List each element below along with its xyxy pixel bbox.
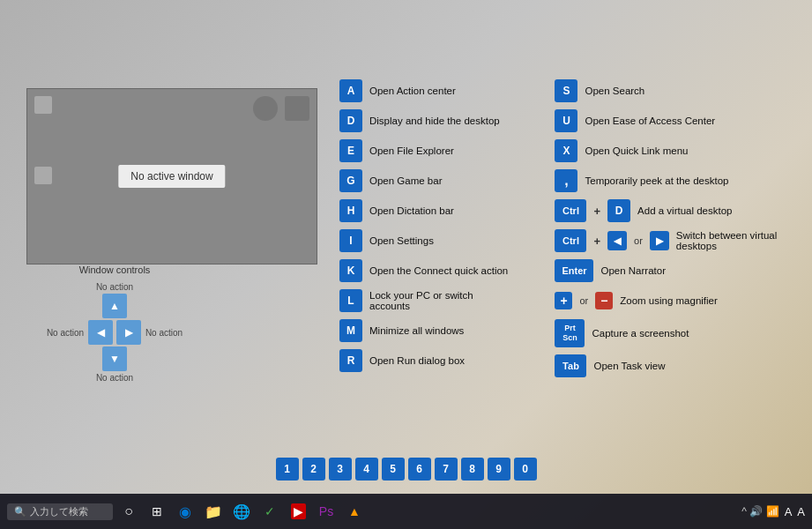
number-row: 1 2 3 4 5 6 7 8 9 0 xyxy=(276,458,537,481)
desc-prtscn: Capture a screenshot xyxy=(592,328,689,339)
desc-S: Open Search xyxy=(585,86,644,96)
key-A[interactable]: A xyxy=(339,79,362,102)
num-6[interactable]: 6 xyxy=(408,458,431,481)
nav-grid: No action ▲ No action ◀ ▶ No action ▼ No… xyxy=(44,282,185,383)
app4-icon: ▲ xyxy=(348,504,361,518)
key-arrow-right[interactable]: ▶ xyxy=(650,231,669,250)
sidebar-icon-1 xyxy=(34,96,52,114)
num-3[interactable]: 3 xyxy=(329,458,352,481)
shortcut-row-A: A Open Action center xyxy=(339,79,510,102)
num-9[interactable]: 9 xyxy=(488,458,510,481)
desc-A: Open Action center xyxy=(369,86,456,96)
nav-left-button[interactable]: ◀ xyxy=(88,320,113,345)
key-ctrl-1[interactable]: Ctrl xyxy=(555,199,586,222)
nav-up-button[interactable]: ▲ xyxy=(102,294,127,318)
num-2[interactable]: 2 xyxy=(302,458,325,481)
taskbar-explorer[interactable]: 📁 xyxy=(201,499,226,524)
plus-2: + xyxy=(593,235,600,248)
shortcut-row-D: D Display and hide the desktop xyxy=(339,109,510,132)
key-I[interactable]: I xyxy=(339,229,362,252)
key-K[interactable]: K xyxy=(339,259,362,282)
tray-letter: A xyxy=(785,505,793,518)
key-L[interactable]: L xyxy=(339,289,362,312)
sidebar-icon-2 xyxy=(34,167,52,184)
shortcut-row-enter: Enter Open Narrator xyxy=(555,259,812,282)
desc-K: Open the Connect quick action xyxy=(369,265,508,276)
key-X[interactable]: X xyxy=(555,139,577,162)
or-text-2: or xyxy=(579,295,588,306)
key-U[interactable]: U xyxy=(555,109,577,132)
or-text: or xyxy=(634,235,643,246)
num-8[interactable]: 8 xyxy=(461,458,484,481)
shortcuts-panel: A Open Action center D Display and hide … xyxy=(339,79,812,377)
key-G[interactable]: G xyxy=(339,169,362,192)
num-4[interactable]: 4 xyxy=(355,458,378,481)
key-arrow-left[interactable]: ◀ xyxy=(607,231,627,250)
taskview-icon: ⊞ xyxy=(152,504,162,518)
nav-label-right: No action xyxy=(145,328,183,338)
nav-label-top: No action xyxy=(96,282,133,292)
taskbar-search[interactable]: 🔍 入力して検索 xyxy=(7,503,113,520)
key-minus[interactable]: − xyxy=(595,292,613,309)
taskbar-edge[interactable]: ◉ xyxy=(173,499,197,524)
explorer-icon: 📁 xyxy=(205,503,222,520)
shortcut-row-L: L Lock your PC or switch accounts xyxy=(339,289,510,312)
nav-right-button[interactable]: ▶ xyxy=(116,320,141,345)
preview-window: No active window xyxy=(26,88,317,264)
taskbar-app3[interactable]: Ps xyxy=(314,499,339,524)
taskbar-chrome[interactable]: 🌐 xyxy=(229,499,254,524)
edge-icon: ◉ xyxy=(179,503,191,520)
shortcut-row-X: X Open Quick Link menu xyxy=(555,139,812,162)
key-M[interactable]: M xyxy=(339,319,362,342)
taskbar-app2[interactable]: ▶ xyxy=(286,499,310,524)
search-icon: 🔍 xyxy=(14,506,26,518)
preview-icon-1 xyxy=(253,96,278,121)
key-enter[interactable]: Enter xyxy=(555,259,593,282)
key-D[interactable]: D xyxy=(339,109,362,132)
key-comma[interactable]: , xyxy=(555,169,577,192)
num-7[interactable]: 7 xyxy=(435,458,458,481)
taskbar: 🔍 入力して検索 ○ ⊞ ◉ 📁 🌐 ✓ ▶ Ps ▲ ^ 🔊 📶 A A xyxy=(0,494,812,529)
tray-a2: A xyxy=(797,505,805,518)
desc-ctrl-arrows: Switch between virtual desktops xyxy=(676,230,812,251)
key-prtscn[interactable]: PrtScn xyxy=(555,319,585,347)
num-0[interactable]: 0 xyxy=(514,458,537,481)
desc-U: Open Ease of Access Center xyxy=(585,115,715,126)
desc-I: Open Settings xyxy=(369,235,434,246)
key-S[interactable]: S xyxy=(555,79,577,102)
key-d-2[interactable]: D xyxy=(607,199,630,222)
window-controls-panel: Window controls No action ▲ No action ◀ … xyxy=(26,264,203,383)
key-E[interactable]: E xyxy=(339,139,362,162)
desc-D: Display and hide the desktop xyxy=(369,115,500,126)
desc-E: Open File Explorer xyxy=(369,145,454,156)
desc-enter: Open Narrator xyxy=(600,265,666,276)
key-ctrl-2[interactable]: Ctrl xyxy=(555,229,586,252)
desc-M: Minimize all windows xyxy=(369,325,464,336)
tray-icons: ^ 🔊 📶 xyxy=(741,505,778,518)
nav-label-left: No action xyxy=(47,328,84,338)
search-label: 入力して検索 xyxy=(30,505,88,518)
key-H[interactable]: H xyxy=(339,199,362,222)
desc-ctrl-d: Add a virtual desktop xyxy=(637,205,732,216)
key-R[interactable]: R xyxy=(339,349,362,372)
app1-icon: ✓ xyxy=(264,504,275,518)
desc-X: Open Quick Link menu xyxy=(585,145,688,156)
desc-zoom: Zoom using magnifier xyxy=(620,295,718,306)
shortcut-row-K: K Open the Connect quick action xyxy=(339,259,510,282)
shortcut-row-ctrl-d: Ctrl + D Add a virtual desktop xyxy=(555,199,812,222)
taskbar-taskview[interactable]: ⊞ xyxy=(145,499,169,524)
system-tray: ^ 🔊 📶 A A xyxy=(741,505,805,518)
num-1[interactable]: 1 xyxy=(276,458,299,481)
key-tab[interactable]: Tab xyxy=(555,354,586,377)
nav-down-button[interactable]: ▼ xyxy=(102,346,127,371)
nav-label-bottom: No action xyxy=(96,373,133,383)
desc-G: Open Game bar xyxy=(369,175,442,186)
desc-H: Open Dictation bar xyxy=(369,205,454,216)
taskbar-app4[interactable]: ▲ xyxy=(342,499,367,524)
taskbar-app1[interactable]: ✓ xyxy=(257,499,282,524)
shortcut-row-zoom: + or − Zoom using magnifier xyxy=(555,289,812,312)
key-plus[interactable]: + xyxy=(555,292,572,309)
num-5[interactable]: 5 xyxy=(382,458,405,481)
taskbar-cortana[interactable]: ○ xyxy=(116,499,141,524)
shortcut-row-H: H Open Dictation bar xyxy=(339,199,510,222)
